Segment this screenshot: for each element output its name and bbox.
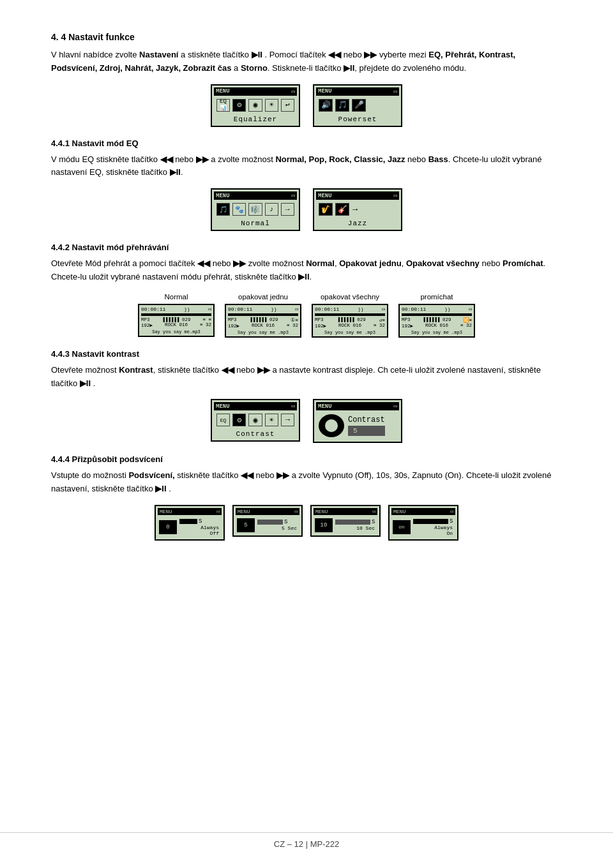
- bl-10-menu: MENU: [315, 509, 328, 514]
- vol4: 🔀≡: [463, 317, 472, 323]
- vol1: ≡ ≡: [202, 317, 211, 322]
- playmode-normal: Normal 00:00:11 )) ▭ MP3 ▐▐▐▐▐▐ 029 ≡ ≡ …: [138, 293, 215, 337]
- pr22: MP3 ▐▐▐▐▐▐ 029 ①≡: [228, 317, 298, 323]
- screen-row-1: MENU ▭ EQ📊 ⚙ ◉ ☀ ↩ Equalizer MENU ▭ 🔊 🎵 …: [51, 84, 562, 127]
- bl-off-bar: MENU ▭: [158, 508, 222, 515]
- cv-content: Contrast 5: [316, 412, 399, 440]
- bl-5-bar: MENU ▭: [236, 508, 299, 515]
- fn3: Say you say me .mp3: [315, 330, 385, 335]
- pt3: 00:00:11 )) ▭: [315, 306, 385, 312]
- cm-eq: EQ: [216, 414, 230, 426]
- bl-on-bar: MENU ▭: [391, 508, 455, 515]
- sub444-text: Vstupte do možnosti Podsvícení, stisknět…: [51, 469, 562, 496]
- sub442-title: 4.4.2 Nastavit mód přehrávání: [51, 243, 562, 252]
- arrow-icon: ↩: [281, 99, 294, 112]
- bl-on-always: Always: [413, 525, 454, 530]
- backlight-row: MENU ▭ 0 S Always Off MENU ▭: [51, 505, 562, 541]
- bl-10sec-screen: MENU ▭ 10 S 10 Sec: [310, 505, 381, 537]
- time2: 00:00:11: [228, 306, 252, 312]
- jazz-menu-bar: MENU ▭: [316, 191, 399, 200]
- pp3: [315, 313, 385, 316]
- type1: ROCK 016: [165, 322, 188, 327]
- bl-on-content: on S Always On: [391, 517, 455, 537]
- cm-gear: ⚙: [232, 414, 246, 426]
- prog3: )): [358, 306, 364, 312]
- jazz-icon2: 🎸: [335, 203, 349, 216]
- bl-10-bar: MENU ▭: [314, 508, 377, 515]
- playmode-one: opakovat jednu 00:00:11 )) ▭ MP3 ▐▐▐▐▐▐ …: [225, 293, 301, 338]
- fmt4: MP3: [402, 317, 411, 322]
- bl-on-val: on: [393, 520, 411, 534]
- bars4: ▐▐▐▐▐▐ 029: [422, 317, 451, 322]
- bl-10-progress-row: S: [335, 519, 376, 525]
- pr32: 192▶ ROCK 016 ≡ 32: [228, 323, 298, 329]
- cv-bat: ▭: [394, 403, 397, 410]
- playmode-shuffle: promíchat 00:00:11 )) ▭ MP3 ▐▐▐▐▐▐ 029 🔀…: [398, 293, 475, 338]
- fn2: Say you say me .mp3: [228, 330, 298, 335]
- playmode-row: Normal 00:00:11 )) ▭ MP3 ▐▐▐▐▐▐ 029 ≡ ≡ …: [51, 293, 562, 338]
- icons-row-2: 🔊 🎵 🎤: [316, 97, 399, 114]
- cm-icons: EQ ⚙ ◉ ☀ →: [214, 412, 297, 428]
- contrast-circle: [319, 414, 344, 437]
- pp4: [402, 313, 472, 316]
- bl-on-progress: [413, 519, 448, 524]
- menu-label: MENU: [216, 88, 230, 94]
- bl-on-progress-row: S: [413, 518, 454, 525]
- pt1: 00:00:11 )) ▭: [141, 306, 211, 312]
- num3: ≡ 32: [374, 323, 385, 328]
- contrast-label1: Contrast: [214, 430, 297, 438]
- menu-bar: MENU ▭: [214, 87, 297, 96]
- bl-off-menu: MENU: [160, 509, 172, 514]
- jazz-arrow: →: [352, 204, 358, 214]
- pwr-icon1: 🔊: [319, 99, 333, 112]
- bl-5-menu: MENU: [238, 509, 250, 514]
- eq-icon3: 🎼: [248, 203, 262, 216]
- cm-bat: ▭: [292, 403, 295, 410]
- bl-5-val: 5: [237, 518, 255, 532]
- normal-label: Normal: [214, 219, 297, 228]
- bat2: ▭: [295, 306, 298, 312]
- sub443-title: 4.4.3 Nastavit kontrast: [51, 349, 562, 359]
- cm-bar: MENU ▭: [214, 402, 297, 410]
- battery-icon-2: ▭: [394, 88, 397, 95]
- eq-menu-label: MENU: [216, 193, 230, 199]
- bl-off-val: 0: [159, 520, 177, 534]
- bl-on-right: S Always On: [413, 518, 454, 536]
- bl-10-label: 10 Sec: [335, 525, 376, 531]
- cm-label: MENU: [216, 403, 230, 410]
- power-icon: ◉: [248, 99, 262, 112]
- playmode-all-caption: opakovat všechny: [321, 293, 379, 301]
- time3: 00:00:11: [315, 306, 339, 312]
- playmode-normal-caption: Normal: [164, 293, 188, 301]
- pr34: 192▶ ROCK 016 ≡ 32: [402, 323, 472, 329]
- bl-on-sublabel: On: [413, 530, 454, 536]
- contrast-screen-row: MENU ▭ EQ ⚙ ◉ ☀ → Contrast MENU ▭: [51, 399, 562, 443]
- eq-jazz-screen: MENU ▭ 🎷 🎸 → Jazz: [313, 188, 402, 231]
- eq-menu-bar: MENU ▭: [214, 191, 297, 200]
- contrast-value-screen: MENU ▭ Contrast 5: [313, 399, 402, 443]
- bars3: ▐▐▐▐▐▐ 029: [337, 317, 366, 322]
- eq-icon: EQ📊: [216, 99, 230, 112]
- fmt2: MP3: [228, 317, 237, 322]
- bl-5-progress: [257, 520, 283, 525]
- pr31: 192▶ ROCK 016 ≡ 32: [141, 322, 211, 328]
- eq-screen-row: MENU ▭ 🎵 🐾 🎼 ♪ → Normal MENU ▭ 🎷 🎸 →: [51, 188, 562, 231]
- section-title: 4. 4 Nastavit funkce: [51, 32, 562, 42]
- fmt3: MP3: [315, 317, 324, 322]
- sub441-title: 4.4.1 Nastavit mód EQ: [51, 138, 562, 148]
- fmt1: MP3: [141, 317, 150, 322]
- pr33: 192▶ ROCK 016 ≡ 32: [315, 323, 385, 329]
- sub444-title: 4.4.4 Přizpůsobit podsvícení: [51, 454, 562, 464]
- contrast-menu-screen: MENU ▭ EQ ⚙ ◉ ☀ → Contrast: [211, 399, 300, 442]
- eq-sel-icon: 🎵: [216, 203, 230, 216]
- bl-s-label: S: [199, 518, 202, 525]
- contrast-circle-inner: [325, 419, 338, 432]
- br4: 192▶: [402, 323, 413, 329]
- eq-battery: ▭: [292, 192, 295, 199]
- bat3: ▭: [382, 306, 385, 312]
- cm-sun: ☀: [265, 414, 278, 426]
- bl-off-always: Always: [179, 525, 220, 530]
- time1: 00:00:11: [141, 306, 165, 312]
- jazz-icon1: 🎷: [319, 203, 333, 216]
- pwr-icon2: 🎵: [335, 99, 349, 112]
